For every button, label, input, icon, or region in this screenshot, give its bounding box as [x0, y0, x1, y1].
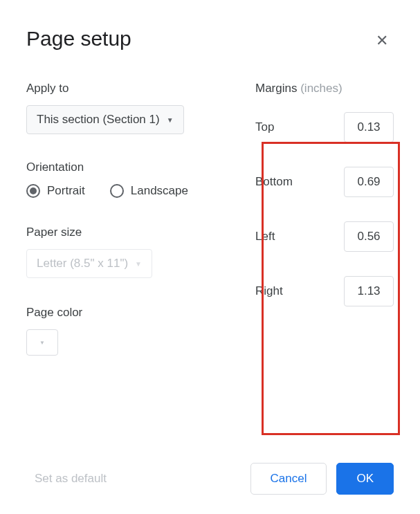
radio-selected-icon [26, 184, 40, 198]
footer-actions: Cancel OK [250, 463, 394, 495]
landscape-radio[interactable]: Landscape [110, 184, 188, 198]
margin-top-input[interactable] [344, 112, 394, 143]
portrait-radio[interactable]: Portrait [26, 184, 85, 198]
apply-to-section: Apply to This section (Section 1) ▼ [26, 82, 228, 134]
dialog-header: Page setup ✕ [26, 26, 394, 51]
dialog-title: Page setup [26, 26, 131, 51]
apply-to-dropdown[interactable]: This section (Section 1) ▼ [26, 105, 184, 134]
page-color-label: Page color [26, 306, 228, 320]
ok-button[interactable]: OK [336, 463, 394, 495]
right-column: Margins (inches) Top Bottom Left Right [255, 82, 394, 356]
orientation-section: Orientation Portrait Landscape [26, 160, 228, 198]
page-color-section: Page color ▼ [26, 306, 228, 356]
close-button[interactable]: ✕ [370, 30, 394, 51]
apply-to-value: This section (Section 1) [37, 113, 160, 127]
orientation-label: Orientation [26, 160, 228, 174]
margins-label-text: Margins [255, 82, 297, 95]
radio-unselected-icon [110, 184, 124, 198]
chevron-down-icon: ▼ [135, 260, 142, 268]
close-icon: ✕ [376, 32, 388, 49]
page-setup-dialog: Page setup ✕ Apply to This section (Sect… [0, 0, 420, 514]
margin-top-row: Top [255, 112, 394, 143]
landscape-label: Landscape [131, 184, 188, 198]
paper-size-dropdown[interactable]: Letter (8.5" x 11") ▼ [26, 249, 152, 278]
margin-right-label: Right [255, 284, 283, 298]
margin-right-input[interactable] [344, 276, 394, 306]
portrait-label: Portrait [47, 184, 85, 198]
margin-bottom-label: Bottom [255, 175, 293, 189]
paper-size-value: Letter (8.5" x 11") [37, 257, 128, 270]
margin-bottom-row: Bottom [255, 167, 394, 197]
left-column: Apply to This section (Section 1) ▼ Orie… [26, 82, 228, 356]
apply-to-label: Apply to [26, 82, 228, 95]
margin-left-row: Left [255, 221, 394, 252]
chevron-down-icon: ▼ [39, 340, 45, 346]
dialog-content: Apply to This section (Section 1) ▼ Orie… [26, 82, 394, 356]
chevron-down-icon: ▼ [167, 116, 174, 124]
margins-unit: (inches) [300, 82, 342, 95]
margin-left-input[interactable] [344, 221, 394, 252]
margin-right-row: Right [255, 276, 394, 306]
set-default-button[interactable]: Set as default [26, 466, 115, 491]
dialog-footer: Set as default Cancel OK [26, 463, 394, 495]
paper-size-section: Paper size Letter (8.5" x 11") ▼ [26, 226, 228, 278]
margin-bottom-input[interactable] [344, 167, 394, 197]
margin-left-label: Left [255, 230, 275, 244]
orientation-radio-group: Portrait Landscape [26, 184, 228, 198]
page-color-picker[interactable]: ▼ [26, 329, 58, 356]
cancel-button[interactable]: Cancel [250, 463, 327, 495]
paper-size-label: Paper size [26, 226, 228, 239]
margin-top-label: Top [255, 120, 274, 134]
margins-label: Margins (inches) [255, 82, 394, 95]
